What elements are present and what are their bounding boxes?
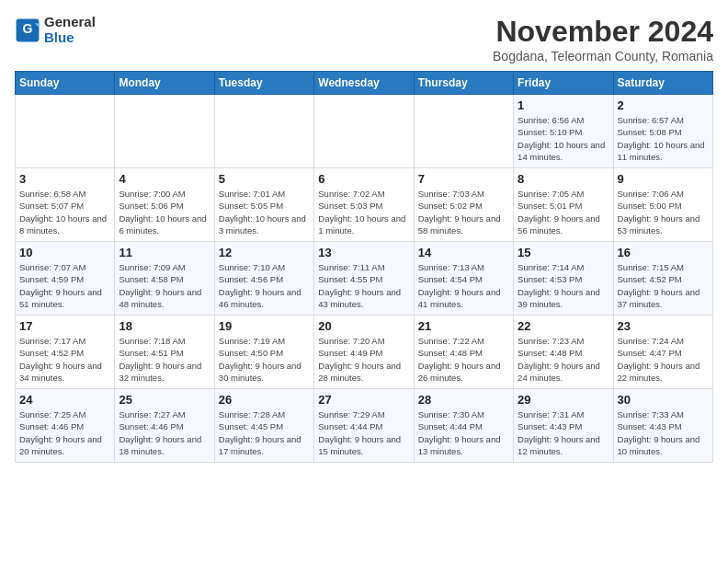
day-info: Sunrise: 7:17 AM Sunset: 4:52 PM Dayligh…	[19, 335, 110, 384]
day-number: 30	[618, 393, 709, 407]
day-info: Sunrise: 7:29 AM Sunset: 4:44 PM Dayligh…	[318, 408, 409, 457]
day-info: Sunrise: 7:18 AM Sunset: 4:51 PM Dayligh…	[119, 335, 210, 384]
calendar-cell: 30Sunrise: 7:33 AM Sunset: 4:43 PM Dayli…	[613, 389, 712, 463]
day-info: Sunrise: 7:28 AM Sunset: 4:45 PM Dayligh…	[219, 408, 310, 457]
weekday-header: Thursday	[414, 72, 513, 95]
day-number: 24	[19, 393, 110, 407]
calendar-week-row: 17Sunrise: 7:17 AM Sunset: 4:52 PM Dayli…	[16, 316, 713, 389]
calendar-cell: 8Sunrise: 7:05 AM Sunset: 5:01 PM Daylig…	[514, 168, 613, 242]
calendar-cell: 14Sunrise: 7:13 AM Sunset: 4:54 PM Dayli…	[414, 242, 513, 316]
calendar-cell: 2Sunrise: 6:57 AM Sunset: 5:08 PM Daylig…	[613, 95, 712, 168]
calendar-cell: 9Sunrise: 7:06 AM Sunset: 5:00 PM Daylig…	[613, 168, 712, 242]
calendar-cell: 11Sunrise: 7:09 AM Sunset: 4:58 PM Dayli…	[115, 242, 214, 316]
day-info: Sunrise: 7:02 AM Sunset: 5:03 PM Dayligh…	[318, 188, 409, 236]
calendar-table: SundayMondayTuesdayWednesdayThursdayFrid…	[15, 71, 713, 463]
calendar-cell	[314, 95, 414, 168]
day-number: 15	[518, 246, 609, 259]
calendar-cell: 28Sunrise: 7:30 AM Sunset: 4:44 PM Dayli…	[414, 389, 513, 463]
day-info: Sunrise: 7:22 AM Sunset: 4:48 PM Dayligh…	[418, 335, 509, 384]
day-number: 9	[618, 172, 709, 186]
calendar-cell: 1Sunrise: 6:56 AM Sunset: 5:10 PM Daylig…	[514, 95, 613, 168]
day-info: Sunrise: 7:20 AM Sunset: 4:49 PM Dayligh…	[318, 335, 409, 384]
calendar-cell: 3Sunrise: 6:58 AM Sunset: 5:07 PM Daylig…	[16, 168, 115, 242]
day-number: 5	[219, 172, 310, 186]
day-info: Sunrise: 7:19 AM Sunset: 4:50 PM Dayligh…	[219, 335, 310, 384]
day-info: Sunrise: 7:15 AM Sunset: 4:52 PM Dayligh…	[618, 261, 709, 310]
day-number: 21	[418, 319, 509, 333]
day-info: Sunrise: 7:09 AM Sunset: 4:58 PM Dayligh…	[119, 261, 210, 310]
calendar-cell	[115, 95, 214, 168]
day-info: Sunrise: 7:24 AM Sunset: 4:47 PM Dayligh…	[618, 335, 709, 384]
day-number: 22	[518, 319, 609, 333]
day-number: 6	[318, 172, 409, 186]
day-number: 3	[19, 172, 110, 186]
header: G General Blue November 2024 Bogdana, Te…	[15, 15, 713, 63]
day-number: 1	[518, 98, 609, 112]
day-number: 23	[618, 319, 709, 333]
weekday-header: Sunday	[16, 72, 115, 95]
calendar-cell: 27Sunrise: 7:29 AM Sunset: 4:44 PM Dayli…	[314, 389, 414, 463]
calendar-cell: 4Sunrise: 7:00 AM Sunset: 5:06 PM Daylig…	[115, 168, 214, 242]
weekday-header: Wednesday	[314, 72, 414, 95]
day-number: 14	[418, 246, 509, 259]
weekday-header: Monday	[115, 72, 214, 95]
day-number: 29	[518, 393, 609, 407]
day-info: Sunrise: 7:07 AM Sunset: 4:59 PM Dayligh…	[19, 261, 110, 310]
day-number: 17	[19, 319, 110, 333]
day-info: Sunrise: 7:00 AM Sunset: 5:06 PM Dayligh…	[119, 188, 210, 236]
day-info: Sunrise: 7:33 AM Sunset: 4:43 PM Dayligh…	[618, 408, 709, 457]
calendar-cell: 15Sunrise: 7:14 AM Sunset: 4:53 PM Dayli…	[514, 242, 613, 316]
calendar-cell: 18Sunrise: 7:18 AM Sunset: 4:51 PM Dayli…	[115, 316, 214, 389]
weekday-header: Saturday	[613, 72, 712, 95]
title-block: November 2024 Bogdana, Teleorman County,…	[493, 15, 713, 63]
day-info: Sunrise: 7:14 AM Sunset: 4:53 PM Dayligh…	[518, 261, 609, 310]
day-info: Sunrise: 7:31 AM Sunset: 4:43 PM Dayligh…	[518, 408, 609, 457]
calendar-week-row: 24Sunrise: 7:25 AM Sunset: 4:46 PM Dayli…	[16, 389, 713, 463]
calendar-cell: 7Sunrise: 7:03 AM Sunset: 5:02 PM Daylig…	[414, 168, 513, 242]
day-info: Sunrise: 7:06 AM Sunset: 5:00 PM Dayligh…	[618, 188, 709, 236]
day-info: Sunrise: 7:01 AM Sunset: 5:05 PM Dayligh…	[219, 188, 310, 236]
day-info: Sunrise: 7:30 AM Sunset: 4:44 PM Dayligh…	[418, 408, 509, 457]
day-number: 10	[19, 246, 110, 259]
month-title: November 2024	[493, 15, 713, 49]
day-info: Sunrise: 6:56 AM Sunset: 5:10 PM Dayligh…	[518, 114, 609, 163]
logo: G General Blue	[15, 15, 96, 45]
location-subtitle: Bogdana, Teleorman County, Romania	[493, 49, 713, 63]
day-number: 26	[219, 393, 310, 407]
day-number: 25	[119, 393, 210, 407]
svg-text:G: G	[23, 21, 33, 36]
day-info: Sunrise: 6:58 AM Sunset: 5:07 PM Dayligh…	[19, 188, 110, 236]
calendar-cell	[214, 95, 313, 168]
weekday-header-row: SundayMondayTuesdayWednesdayThursdayFrid…	[16, 72, 713, 95]
day-info: Sunrise: 7:05 AM Sunset: 5:01 PM Dayligh…	[518, 188, 609, 236]
day-number: 16	[618, 246, 709, 259]
day-number: 27	[318, 393, 409, 407]
calendar-cell: 19Sunrise: 7:19 AM Sunset: 4:50 PM Dayli…	[214, 316, 313, 389]
logo-icon: G	[15, 17, 40, 43]
day-info: Sunrise: 7:11 AM Sunset: 4:55 PM Dayligh…	[318, 261, 409, 310]
calendar-cell: 29Sunrise: 7:31 AM Sunset: 4:43 PM Dayli…	[514, 389, 613, 463]
calendar-cell: 6Sunrise: 7:02 AM Sunset: 5:03 PM Daylig…	[314, 168, 414, 242]
calendar-cell: 22Sunrise: 7:23 AM Sunset: 4:48 PM Dayli…	[514, 316, 613, 389]
day-info: Sunrise: 7:23 AM Sunset: 4:48 PM Dayligh…	[518, 335, 609, 384]
calendar-cell: 24Sunrise: 7:25 AM Sunset: 4:46 PM Dayli…	[16, 389, 115, 463]
calendar-cell: 12Sunrise: 7:10 AM Sunset: 4:56 PM Dayli…	[214, 242, 313, 316]
day-info: Sunrise: 7:25 AM Sunset: 4:46 PM Dayligh…	[19, 408, 110, 457]
day-info: Sunrise: 7:03 AM Sunset: 5:02 PM Dayligh…	[418, 188, 509, 236]
weekday-header: Friday	[514, 72, 613, 95]
day-number: 12	[219, 246, 310, 259]
day-number: 2	[618, 98, 709, 112]
calendar-cell: 13Sunrise: 7:11 AM Sunset: 4:55 PM Dayli…	[314, 242, 414, 316]
calendar-cell: 20Sunrise: 7:20 AM Sunset: 4:49 PM Dayli…	[314, 316, 414, 389]
day-number: 19	[219, 319, 310, 333]
day-number: 13	[318, 246, 409, 259]
day-number: 28	[418, 393, 509, 407]
day-info: Sunrise: 7:10 AM Sunset: 4:56 PM Dayligh…	[219, 261, 310, 310]
calendar-cell: 21Sunrise: 7:22 AM Sunset: 4:48 PM Dayli…	[414, 316, 513, 389]
calendar-week-row: 10Sunrise: 7:07 AM Sunset: 4:59 PM Dayli…	[16, 242, 713, 316]
calendar-cell: 16Sunrise: 7:15 AM Sunset: 4:52 PM Dayli…	[613, 242, 712, 316]
logo-text: General Blue	[44, 15, 96, 45]
calendar-cell: 10Sunrise: 7:07 AM Sunset: 4:59 PM Dayli…	[16, 242, 115, 316]
calendar-cell	[414, 95, 513, 168]
day-number: 11	[119, 246, 210, 259]
